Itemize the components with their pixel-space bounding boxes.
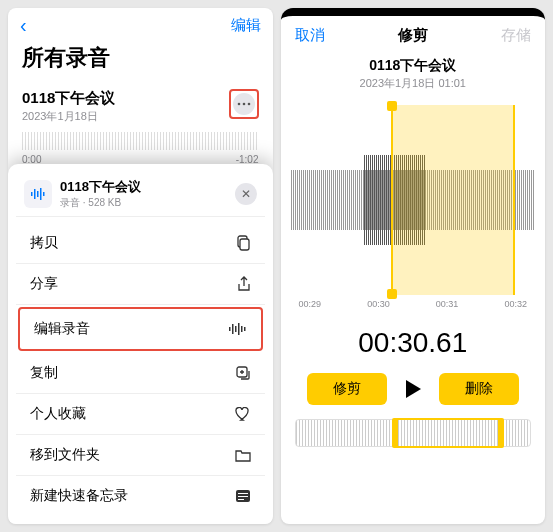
svg-rect-10 bbox=[37, 191, 39, 197]
svg-rect-17 bbox=[235, 326, 237, 332]
cancel-button[interactable]: 取消 bbox=[295, 26, 325, 45]
svg-rect-8 bbox=[31, 192, 33, 196]
tick: 00:32 bbox=[504, 299, 527, 309]
header: ‹ 编辑 bbox=[8, 8, 273, 43]
trim-selection[interactable] bbox=[391, 105, 516, 295]
play-button[interactable] bbox=[404, 379, 422, 399]
heart-icon bbox=[235, 407, 251, 421]
svg-rect-14 bbox=[240, 239, 249, 250]
svg-rect-9 bbox=[34, 189, 36, 199]
waveform-icon bbox=[24, 180, 52, 208]
voice-memos-list-screen: ‹ 编辑 所有录音 0118下午会议 2023年1月18日 0:00 -1:02 bbox=[8, 8, 273, 524]
svg-rect-12 bbox=[43, 192, 45, 196]
menu-label: 个人收藏 bbox=[30, 405, 86, 423]
menu-label: 复制 bbox=[30, 364, 58, 382]
svg-rect-23 bbox=[238, 493, 248, 494]
trim-button[interactable]: 修剪 bbox=[307, 373, 387, 405]
svg-rect-15 bbox=[229, 327, 231, 331]
back-icon[interactable]: ‹ bbox=[20, 14, 27, 37]
share-icon bbox=[237, 276, 251, 292]
current-time: 00:30.61 bbox=[281, 327, 546, 359]
highlight-more bbox=[229, 89, 259, 119]
trim-rec-name: 0118下午会议 bbox=[281, 57, 546, 75]
menu-move-folder[interactable]: 移到文件夹 bbox=[16, 435, 265, 476]
waveform-mini[interactable] bbox=[22, 132, 259, 150]
svg-rect-19 bbox=[241, 326, 243, 332]
action-sheet: 0118下午会议 录音 · 528 KB ✕ 拷贝 分享 编辑录音 复制 bbox=[8, 164, 273, 524]
edit-button[interactable]: 编辑 bbox=[231, 16, 261, 35]
timeline-ticks: 00:29 00:30 00:31 00:32 bbox=[281, 295, 546, 313]
tick: 00:30 bbox=[367, 299, 390, 309]
svg-point-2 bbox=[247, 103, 250, 106]
trim-controls: 修剪 删除 bbox=[281, 373, 546, 405]
svg-rect-16 bbox=[232, 324, 234, 334]
menu-duplicate[interactable]: 复制 bbox=[16, 353, 265, 394]
delete-button[interactable]: 删除 bbox=[439, 373, 519, 405]
folder-icon bbox=[235, 449, 251, 462]
tick: 00:31 bbox=[436, 299, 459, 309]
menu-new-memo[interactable]: 新建快速备忘录 bbox=[16, 476, 265, 516]
recording-date: 2023年1月18日 bbox=[22, 109, 115, 124]
menu-label: 分享 bbox=[30, 275, 58, 293]
waveform-editor[interactable] bbox=[281, 105, 546, 295]
svg-rect-24 bbox=[238, 496, 248, 497]
svg-point-0 bbox=[237, 103, 240, 106]
menu-label: 新建快速备忘录 bbox=[30, 487, 128, 505]
scrubber-selection[interactable] bbox=[394, 418, 502, 448]
sheet-subtitle: 录音 · 528 KB bbox=[60, 196, 141, 210]
save-button[interactable]: 存储 bbox=[501, 26, 531, 45]
copy-icon bbox=[235, 235, 251, 251]
recording-name: 0118下午会议 bbox=[22, 89, 115, 108]
svg-rect-25 bbox=[238, 499, 244, 500]
trim-rec-date: 2023年1月18日 01:01 bbox=[281, 76, 546, 91]
trim-header: 取消 修剪 存储 bbox=[281, 16, 546, 55]
close-button[interactable]: ✕ bbox=[235, 183, 257, 205]
note-icon bbox=[235, 489, 251, 503]
svg-point-1 bbox=[242, 103, 245, 106]
trim-screen: 取消 修剪 存储 0118下午会议 2023年1月18日 01:01 00:29… bbox=[281, 8, 546, 524]
waveform-icon bbox=[229, 323, 247, 335]
more-button[interactable] bbox=[233, 93, 255, 115]
sheet-title: 0118下午会议 bbox=[60, 178, 141, 196]
svg-rect-11 bbox=[40, 188, 42, 200]
duplicate-icon bbox=[235, 365, 251, 381]
page-title: 所有录音 bbox=[8, 43, 273, 81]
menu-favorite[interactable]: 个人收藏 bbox=[16, 394, 265, 435]
menu-copy[interactable]: 拷贝 bbox=[16, 223, 265, 264]
scrubber[interactable] bbox=[295, 419, 532, 447]
tick: 00:29 bbox=[299, 299, 322, 309]
menu-edit-recording[interactable]: 编辑录音 bbox=[18, 307, 263, 351]
svg-rect-20 bbox=[244, 327, 246, 331]
menu-share[interactable]: 分享 bbox=[16, 264, 265, 305]
trim-title: 修剪 bbox=[398, 26, 428, 45]
action-menu: 拷贝 分享 编辑录音 复制 个人收藏 移到文件夹 bbox=[16, 223, 265, 516]
menu-label: 拷贝 bbox=[30, 234, 58, 252]
menu-label: 编辑录音 bbox=[34, 320, 90, 338]
menu-label: 移到文件夹 bbox=[30, 446, 100, 464]
svg-rect-18 bbox=[238, 323, 240, 335]
